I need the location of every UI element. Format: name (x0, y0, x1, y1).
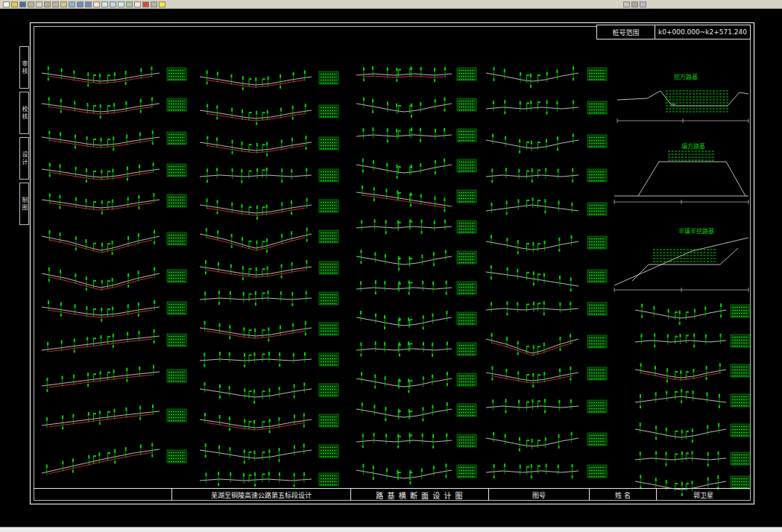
grid-toggle-icon[interactable] (631, 1, 638, 7)
cross-section (356, 250, 476, 270)
cross-section (42, 300, 186, 322)
undo-icon[interactable] (77, 1, 83, 7)
cross-section (486, 432, 607, 452)
layers-icon[interactable] (134, 1, 141, 7)
drawing-canvas[interactable]: 挖方路基填方路基半填半挖路基 (0, 0, 782, 532)
section-data-block (587, 236, 607, 249)
cross-section (635, 303, 750, 325)
section-data-block (167, 194, 186, 207)
section-data-block (167, 334, 186, 346)
section-data-block (319, 445, 338, 457)
model-space-icon[interactable] (623, 1, 630, 7)
cross-section (486, 463, 607, 478)
zoom-previous-icon[interactable] (118, 1, 124, 7)
plot-preview-icon[interactable] (36, 1, 42, 7)
copy-icon[interactable] (52, 1, 59, 7)
paste-icon[interactable] (60, 1, 67, 7)
section-data-block (319, 414, 338, 427)
section-data-block (457, 312, 476, 325)
help-icon[interactable] (159, 1, 165, 7)
cross-section (356, 98, 476, 118)
section-data-block (731, 476, 750, 489)
cross-section (42, 193, 186, 215)
new-icon[interactable] (3, 1, 10, 7)
zoom-realtime-icon[interactable] (101, 1, 108, 7)
toolbar-left-group (2, 1, 166, 7)
section-data-block (167, 164, 186, 177)
section-data-block (731, 364, 750, 377)
section-data-block (167, 270, 186, 282)
redo-icon[interactable] (85, 1, 92, 7)
section-data-block (731, 335, 750, 347)
save-icon[interactable] (19, 1, 26, 7)
cross-section (486, 399, 607, 413)
cross-section (635, 363, 750, 382)
cross-section (356, 463, 476, 484)
section-data-block (457, 129, 476, 142)
pan-icon[interactable] (93, 1, 100, 7)
cross-section (486, 66, 607, 87)
section-data-block (319, 353, 338, 366)
cross-section (200, 321, 338, 341)
zoom-window-icon[interactable] (110, 1, 116, 7)
cross-section (486, 197, 607, 215)
section-data-block (731, 452, 750, 465)
cross-section (200, 413, 338, 433)
section-data-block (731, 305, 750, 317)
section-data-block (167, 302, 186, 314)
section-data-block (319, 137, 338, 150)
cross-section (356, 159, 476, 179)
side-label-drafter: 制图 (19, 183, 29, 225)
section-data-block (457, 434, 476, 447)
cross-section (200, 443, 338, 463)
plot-icon[interactable] (28, 1, 34, 7)
section-data-block (587, 465, 607, 478)
cross-section (200, 227, 338, 253)
sheet-inner-border (34, 27, 751, 501)
section-data-block (167, 409, 186, 422)
cross-section (42, 329, 186, 353)
section-data-block (457, 373, 476, 386)
footer-name-label: 姓 名 (589, 489, 656, 501)
bottom-edge (0, 527, 782, 532)
section-data-block (457, 282, 476, 294)
cross-section (356, 372, 476, 393)
footer-empty-cell (34, 489, 171, 501)
cross-section (42, 267, 186, 291)
cross-section (200, 104, 338, 125)
match-properties-icon[interactable] (69, 1, 75, 7)
properties-icon[interactable] (126, 1, 133, 7)
section-data-block (457, 404, 476, 417)
osnap-toggle-icon[interactable] (640, 1, 646, 7)
cross-section (200, 260, 338, 280)
section-data-block (457, 68, 476, 80)
title-bar: 芜湖至铜陵高速公路第五标段设计 路 基 横 断 面 设 计 图 图号 姓 名 郭… (34, 488, 750, 501)
detail-drawing-title: 填方路基 (681, 142, 705, 150)
open-icon[interactable] (11, 1, 18, 7)
section-data-block (587, 203, 607, 215)
section-data-block (587, 433, 607, 446)
section-data-block (731, 394, 750, 407)
cross-section (42, 66, 186, 86)
cross-section (42, 405, 186, 430)
cut-icon[interactable] (44, 1, 51, 7)
cross-section (356, 127, 476, 142)
section-data-block (167, 450, 186, 463)
toolbar (0, 0, 782, 9)
section-data-block (457, 159, 476, 172)
cross-section (635, 389, 750, 408)
section-data-block (319, 105, 338, 118)
cross-section (356, 219, 476, 234)
detail-drawing: 半填半挖路基 (614, 227, 748, 292)
cross-section (486, 367, 607, 387)
detail-drawing-title: 挖方路基 (674, 73, 698, 80)
cross-section (200, 136, 338, 156)
section-data-block (587, 135, 607, 148)
section-data-block (457, 221, 476, 233)
cross-section (42, 365, 186, 392)
color-control-icon[interactable] (142, 1, 149, 7)
side-label-designer: 设计 (19, 137, 29, 180)
cad-window: 挖方路基填方路基半填半挖路基 桩号范围 k0+000.000~k2+571.24… (0, 0, 782, 532)
linetype-control-icon[interactable] (151, 1, 157, 7)
section-data-block (457, 190, 476, 203)
